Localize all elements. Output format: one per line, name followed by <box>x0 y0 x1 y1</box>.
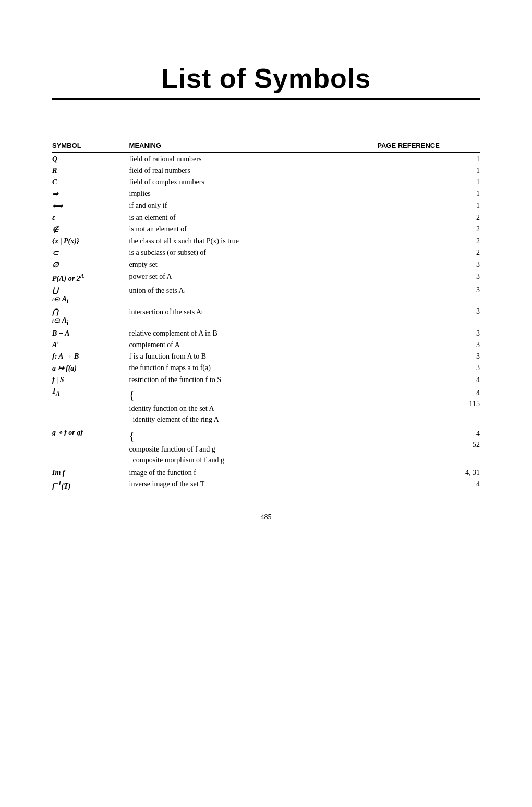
meaning-cell: power set of A <box>129 271 378 284</box>
table-row: ⊂ is a subclass (or subset) of 2 <box>52 247 480 259</box>
meaning-line2: composite morphism of f and g <box>129 455 378 466</box>
symbol-cell: ∉ <box>52 223 129 235</box>
page-title: List of Symbols <box>52 63 480 94</box>
symbol-cell: C <box>52 176 129 188</box>
table-row: Im f image of the function f 4, 31 <box>52 467 480 479</box>
pageref-line1: 4 <box>476 428 480 439</box>
pageref-cell: 1 <box>377 165 480 176</box>
pageref-line1: 4 <box>476 387 480 398</box>
symbol-cell: f−1(T) <box>52 479 129 492</box>
pageref-cell: 2 <box>377 212 480 223</box>
meaning-cell: intersection of the sets Aᵢ <box>129 306 378 328</box>
symbol-cell: Q <box>52 153 129 165</box>
table-row: ∅ empty set 3 <box>52 259 480 271</box>
symbol-cell: ε <box>52 212 129 223</box>
meaning-cell: {composite function of f and g composite… <box>129 426 378 467</box>
table-row: ⋂i∈I Ai intersection of the sets Aᵢ 3 <box>52 306 480 328</box>
symbol-cell: R <box>52 165 129 176</box>
table-row: ⇒ implies 1 <box>52 188 480 200</box>
symbol-cell: g ∘ f or gf <box>52 426 129 467</box>
meaning-cell: implies <box>129 188 378 200</box>
symbol-cell: ⋃i∈I Ai <box>52 284 129 306</box>
symbol-cell: P(A) or 2A <box>52 271 129 284</box>
meaning-cell: field of complex numbers <box>129 176 378 188</box>
meaning-cell: is not an element of <box>129 223 378 235</box>
table-row: a ↦ f(a) the function f maps a to f(a) 3 <box>52 362 480 374</box>
meaning-cell: complement of A <box>129 339 378 351</box>
pageref-cell: 2 <box>377 223 480 235</box>
meaning-cell: f is a function from A to B <box>129 351 378 362</box>
symbol-cell: 1A <box>52 386 129 426</box>
symbol-table: SYMBOL MEANING PAGE REFERENCE Q field of… <box>52 141 480 492</box>
meaning-cell: the class of all x such that P(x) is tru… <box>129 235 378 247</box>
symbol-table-section: SYMBOL MEANING PAGE REFERENCE Q field of… <box>52 141 480 492</box>
meaning-cell: empty set <box>129 259 378 271</box>
pageref-cell: 1 <box>377 188 480 200</box>
pageref-line2: 52 <box>473 439 480 450</box>
header-meaning: MEANING <box>129 141 378 153</box>
table-row: P(A) or 2A power set of A 3 <box>52 271 480 284</box>
table-row: g ∘ f or gf {composite function of f and… <box>52 426 480 467</box>
pageref-cell: 3 <box>377 306 480 328</box>
pageref-cell: 4 <box>377 374 480 386</box>
meaning-cell: inverse image of the set T <box>129 479 378 492</box>
pageref-cell: 3 <box>377 339 480 351</box>
meaning-cell: is an element of <box>129 212 378 223</box>
pageref-cell: 3 <box>377 284 480 306</box>
symbol-cell: B − A <box>52 328 129 339</box>
symbol-cell: f: A → B <box>52 351 129 362</box>
meaning-line2: identity element of the ring A <box>129 414 378 425</box>
table-row: ⋃i∈I Ai union of the sets Aᵢ 3 <box>52 284 480 306</box>
table-row: f | S restriction of the function f to S… <box>52 374 480 386</box>
table-row: ∉ is not an element of 2 <box>52 223 480 235</box>
pageref-cell: 4, 31 <box>377 467 480 479</box>
table-row: B − A relative complement of A in B 3 <box>52 328 480 339</box>
meaning-cell: if and only if <box>129 200 378 212</box>
symbol-cell: a ↦ f(a) <box>52 362 129 374</box>
page-number: 485 <box>52 513 480 521</box>
pageref-cell: 1 <box>377 200 480 212</box>
pageref-cell: 1 <box>377 176 480 188</box>
meaning-cell: {identity function on the set A identity… <box>129 386 378 426</box>
meaning-cell: field of rational numbers <box>129 153 378 165</box>
meaning-line1: {composite function of f and g <box>129 428 378 455</box>
table-row: A′ complement of A 3 <box>52 339 480 351</box>
meaning-line1: {identity function on the set A <box>129 387 378 414</box>
table-row: {x | P(x)} the class of all x such that … <box>52 235 480 247</box>
table-row: 1A {identity function on the set A ident… <box>52 386 480 426</box>
pageref-line2: 115 <box>469 398 480 409</box>
table-row: ε is an element of 2 <box>52 212 480 223</box>
symbol-cell: ∅ <box>52 259 129 271</box>
symbol-cell: {x | P(x)} <box>52 235 129 247</box>
meaning-cell: field of real numbers <box>129 165 378 176</box>
meaning-cell: restriction of the function f to S <box>129 374 378 386</box>
table-row: C field of complex numbers 1 <box>52 176 480 188</box>
meaning-cell: is a subclass (or subset) of <box>129 247 378 259</box>
symbol-cell: ⇒ <box>52 188 129 200</box>
pageref-cell: 4 <box>377 479 480 492</box>
table-row: ⟺ if and only if 1 <box>52 200 480 212</box>
pageref-cell: 3 <box>377 362 480 374</box>
table-row: f: A → B f is a function from A to B 3 <box>52 351 480 362</box>
meaning-cell: relative complement of A in B <box>129 328 378 339</box>
symbol-cell: A′ <box>52 339 129 351</box>
symbol-cell: ⊂ <box>52 247 129 259</box>
pageref-cell: 3 <box>377 328 480 339</box>
pageref-cell: 4 115 <box>377 386 480 426</box>
symbol-cell: f | S <box>52 374 129 386</box>
meaning-cell: image of the function f <box>129 467 378 479</box>
meaning-cell: union of the sets Aᵢ <box>129 284 378 306</box>
table-row: Q field of rational numbers 1 <box>52 153 480 165</box>
table-row: R field of real numbers 1 <box>52 165 480 176</box>
pageref-cell: 2 <box>377 235 480 247</box>
table-row: f−1(T) inverse image of the set T 4 <box>52 479 480 492</box>
header-pageref: PAGE REFERENCE <box>377 141 480 153</box>
pageref-cell: 3 <box>377 271 480 284</box>
pageref-cell: 4 52 <box>377 426 480 467</box>
pageref-cell: 2 <box>377 247 480 259</box>
symbol-cell: ⟺ <box>52 200 129 212</box>
header-symbol: SYMBOL <box>52 141 129 153</box>
pageref-cell: 3 <box>377 259 480 271</box>
pageref-cell: 1 <box>377 153 480 165</box>
pageref-cell: 3 <box>377 351 480 362</box>
